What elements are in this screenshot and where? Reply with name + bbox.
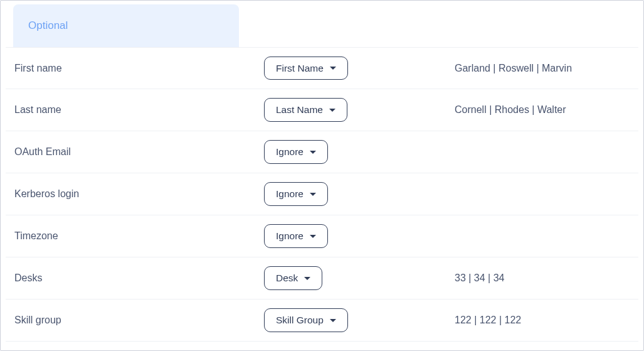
field-label: Timezone — [13, 230, 264, 242]
select-value: Desk — [276, 273, 298, 283]
field-label: First name — [13, 63, 264, 74]
sample-values: 122 | 122 | 122 — [452, 315, 631, 326]
timezone-select[interactable]: Ignore — [264, 224, 328, 248]
select-value: Ignore — [276, 231, 304, 241]
kerberos-login-select[interactable]: Ignore — [264, 182, 328, 206]
chevron-down-icon — [310, 193, 316, 196]
select-value: Ignore — [276, 147, 304, 157]
chevron-down-icon — [310, 235, 316, 238]
chevron-down-icon — [304, 277, 310, 280]
tab-bar: Optional — [1, 1, 643, 47]
chevron-down-icon — [330, 319, 336, 322]
field-label: Skill group — [13, 315, 264, 326]
last-name-select[interactable]: Last Name — [264, 98, 347, 122]
select-value: First Name — [276, 63, 324, 73]
field-label: Kerberos login — [13, 188, 264, 200]
row-kerberos-login: Kerberos login Ignore — [6, 173, 638, 215]
field-label: OAuth Email — [13, 146, 264, 158]
skill-group-select[interactable]: Skill Group — [264, 308, 348, 332]
chevron-down-icon — [330, 67, 336, 70]
row-oauth-email: OAuth Email Ignore — [6, 131, 638, 173]
row-last-name: Last name Last Name Cornell | Rhodes | W… — [6, 89, 638, 131]
mapping-rows: First name First Name Garland | Roswell … — [1, 47, 643, 342]
row-skill-group: Skill group Skill Group 122 | 122 | 122 — [6, 300, 638, 342]
row-first-name: First name First Name Garland | Roswell … — [6, 47, 638, 89]
chevron-down-icon — [329, 109, 335, 112]
desks-select[interactable]: Desk — [264, 266, 322, 290]
mapping-panel: Optional First name First Name Garland |… — [0, 0, 644, 351]
row-desks: Desks Desk 33 | 34 | 34 — [6, 257, 638, 300]
select-value: Ignore — [276, 189, 304, 199]
sample-values: Garland | Roswell | Marvin — [452, 63, 631, 74]
sample-values: Cornell | Rhodes | Walter — [452, 104, 631, 116]
select-value: Skill Group — [276, 315, 324, 325]
first-name-select[interactable]: First Name — [264, 57, 348, 80]
tab-optional-label: Optional — [28, 19, 68, 31]
row-timezone: Timezone Ignore — [6, 215, 638, 257]
field-label: Desks — [13, 273, 264, 284]
tab-optional[interactable]: Optional — [13, 4, 239, 47]
select-value: Last Name — [276, 105, 323, 115]
field-label: Last name — [13, 104, 264, 116]
oauth-email-select[interactable]: Ignore — [264, 140, 328, 164]
sample-values: 33 | 34 | 34 — [452, 273, 631, 284]
chevron-down-icon — [310, 151, 316, 154]
